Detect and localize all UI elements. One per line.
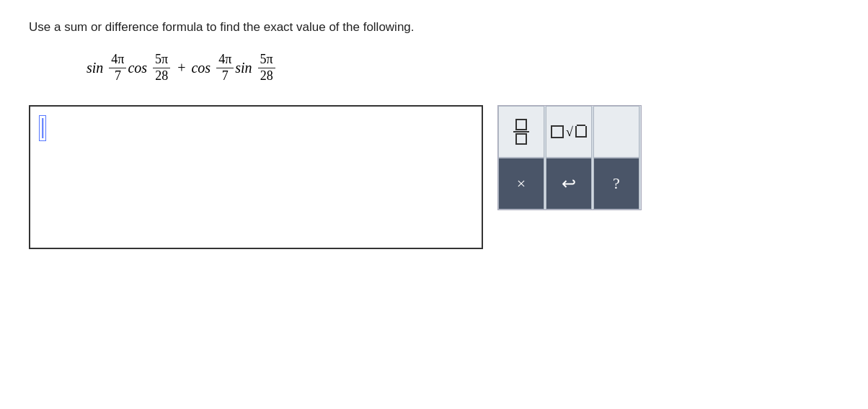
instruction-text: Use a sum or difference formula to find … — [29, 20, 839, 35]
cursor-indicator — [39, 115, 46, 141]
math-tools-panel: √ × ↩ ? — [497, 105, 642, 210]
fraction-icon-divider — [513, 131, 529, 132]
answer-input-box[interactable] — [29, 105, 483, 249]
sin-label-2: sin — [235, 60, 252, 76]
frac-1-den: 7 — [112, 68, 123, 84]
frac-2-den: 28 — [153, 68, 170, 84]
sin-label-1: sin — [87, 60, 103, 76]
term2: cos 5π 28 — [128, 52, 172, 84]
term1: sin 4π 7 — [87, 52, 128, 84]
undo-icon: ↩ — [562, 174, 576, 194]
clear-icon: × — [517, 174, 526, 193]
frac-3: 4π 7 — [216, 52, 234, 84]
checkbox-icon — [551, 125, 564, 138]
formula-area: sin 4π 7 cos 5π 28 + cos 4π 7 sin — [87, 52, 839, 84]
cos-label-2: cos — [191, 60, 211, 76]
checkbox-sqrt-tool-button[interactable]: √ — [546, 106, 592, 158]
cursor-line — [42, 118, 43, 138]
fraction-icon-top — [515, 119, 527, 130]
clear-tool-button[interactable]: × — [498, 158, 544, 210]
frac-1: 4π 7 — [109, 52, 126, 84]
help-tool-button[interactable]: ? — [593, 158, 639, 210]
page-container: Use a sum or difference formula to find … — [0, 0, 868, 269]
frac-1-num: 4π — [109, 52, 126, 68]
help-icon: ? — [613, 174, 620, 193]
fraction-icon — [513, 119, 529, 145]
empty-tool-button[interactable] — [593, 106, 639, 158]
frac-4-num: 5π — [258, 52, 275, 68]
frac-4: 5π 28 — [258, 52, 275, 84]
bottom-section: √ × ↩ ? — [29, 105, 839, 249]
sqrt-symbol: √ — [566, 125, 573, 140]
undo-tool-button[interactable]: ↩ — [546, 158, 592, 210]
term4: sin 5π 28 — [235, 52, 276, 84]
frac-3-num: 4π — [216, 52, 234, 68]
sqrt-overline — [577, 125, 585, 126]
frac-3-den: 7 — [220, 68, 231, 84]
fraction-icon-bottom — [515, 133, 527, 145]
cos-label-1: cos — [128, 60, 147, 76]
frac-2: 5π 28 — [153, 52, 170, 84]
sqrt-box-icon — [575, 126, 587, 138]
checkbox-sqrt-icon-group: √ — [551, 125, 587, 140]
frac-4-den: 28 — [258, 68, 275, 84]
plus-operator: + — [177, 60, 185, 76]
term3: cos 4π 7 — [191, 52, 235, 84]
frac-2-num: 5π — [153, 52, 170, 68]
fraction-tool-button[interactable] — [498, 106, 544, 158]
